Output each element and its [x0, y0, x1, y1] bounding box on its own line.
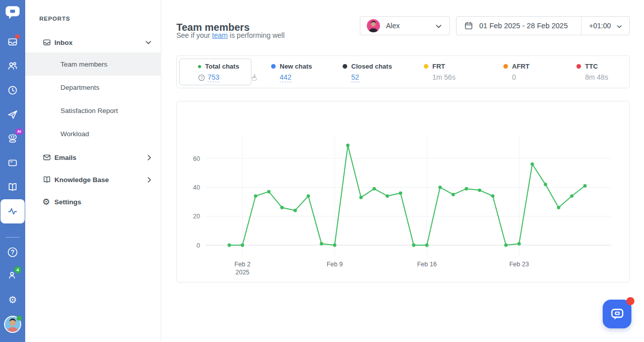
metric-dot [424, 64, 428, 69]
divider [581, 17, 582, 35]
chevron-down-icon [146, 41, 151, 44]
open-book-icon [42, 175, 52, 184]
svg-text:?: ? [11, 249, 14, 256]
paper-plane-icon [7, 109, 18, 120]
calendar-icon [464, 21, 473, 30]
sidebar-item-team-members[interactable]: Team members [25, 52, 161, 76]
rail-ai-assistant-button[interactable]: AI [0, 132, 25, 144]
metric-dot [576, 64, 581, 69]
rail-team-button[interactable]: 4 [0, 269, 25, 280]
metric-value[interactable]: 52 [351, 73, 359, 82]
ai-badge: AI [15, 129, 23, 135]
rail-customers-button[interactable] [0, 61, 25, 72]
metric-label: AFRT [512, 63, 530, 70]
help-circle-icon[interactable]: ? [198, 74, 205, 81]
sidebar-item-satisfaction-report[interactable]: Satisfaction Report [25, 99, 161, 122]
sidebar-item-label: Satisfaction Report [60, 107, 118, 115]
metric-tab-frt[interactable]: FRT 1m 56s [424, 63, 499, 81]
svg-text:Feb 9: Feb 9 [327, 261, 343, 268]
metric-tab-ttc[interactable]: TTC 8m 48s [576, 63, 644, 81]
metric-dot [503, 64, 508, 69]
rail-inbox-button[interactable] [0, 36, 25, 47]
timezone-value[interactable]: +01:00 [589, 22, 611, 30]
rail-archives-button[interactable] [0, 85, 25, 96]
svg-text:20: 20 [193, 213, 200, 220]
sidebar-item-label: Team members [60, 61, 107, 68]
metric-tab-total-chats[interactable]: Total chats ? 753 ☝ [198, 63, 274, 82]
inbox-notification-dot [15, 34, 20, 39]
sidebar-item-label: Knowledge Base [54, 176, 109, 184]
team-count-badge: 4 [14, 266, 21, 273]
open-book-icon [7, 182, 18, 193]
sidebar-item-departments[interactable]: Departments [25, 76, 161, 99]
total-chats-chart: Feb 22025Feb 9Feb 16Feb 230204060 [176, 101, 630, 282]
metric-tab-new-chats[interactable]: New chats 442 [271, 63, 347, 82]
sidebar-item-label: Workload [60, 130, 89, 138]
metric-dot [198, 65, 201, 68]
agent-avatar [367, 19, 380, 32]
team-link[interactable]: team [212, 31, 228, 39]
sidebar-item-workload[interactable]: Workload [25, 122, 161, 145]
sidebar-section-title: REPORTS [39, 16, 70, 22]
reports-sidebar: REPORTS Inbox Team members Departments S… [25, 0, 161, 342]
help-question-icon: ? [7, 246, 19, 258]
svg-text:60: 60 [193, 155, 200, 162]
metric-dot [343, 64, 347, 69]
svg-text:Feb 2: Feb 2 [234, 261, 250, 268]
metric-tab-closed-chats[interactable]: Closed chats 52 [343, 63, 418, 82]
online-status-dot [17, 316, 22, 321]
card-icon [7, 157, 18, 168]
chevron-right-icon [148, 155, 151, 160]
metric-label: Closed chats [351, 63, 392, 70]
date-range-picker[interactable]: 01 Feb 2025 - 28 Feb 2025 +01:00 [456, 16, 630, 35]
sidebar-item-emails[interactable]: Emails [25, 146, 161, 168]
metric-value: 0 [512, 73, 516, 81]
metric-value[interactable]: 442 [280, 73, 291, 82]
chevron-down-icon [617, 21, 622, 30]
rail-knowledge-button[interactable] [0, 182, 25, 193]
gear-icon: ⚙ [8, 295, 17, 305]
agent-filter-dropdown[interactable]: Alex [360, 16, 450, 35]
metric-label: FRT [432, 63, 445, 70]
svg-text:40: 40 [193, 184, 200, 191]
sidebar-item-label: Emails [54, 154, 77, 161]
rail-divider [6, 237, 20, 238]
sidebar-item-settings[interactable]: ⚙ Settings [25, 191, 161, 213]
rail-campaigns-button[interactable] [0, 109, 25, 120]
svg-text:Feb 23: Feb 23 [509, 261, 529, 268]
rail-reports-button-active[interactable] [1, 199, 25, 223]
chat-bubble-logo-icon [4, 3, 22, 21]
metric-label: TTC [585, 63, 598, 70]
icon-rail: AI ? 4 ⚙ [0, 0, 25, 342]
chat-bubble-icon [610, 307, 625, 322]
metric-label: New chats [280, 63, 312, 70]
metric-value: 1m 56s [432, 73, 456, 81]
clock-icon [7, 85, 18, 96]
date-range-value: 01 Feb 2025 - 28 Feb 2025 [479, 22, 568, 30]
svg-text:Feb 16: Feb 16 [417, 261, 437, 268]
sidebar-item-inbox[interactable]: Inbox [25, 31, 161, 53]
sidebar-item-knowledge-base[interactable]: Knowledge Base [25, 168, 161, 191]
metric-value[interactable]: 753 [208, 73, 219, 82]
main-content: Team members See if your team is perform… [161, 0, 644, 342]
svg-text:0: 0 [197, 242, 200, 249]
metrics-bar: Total chats ? 753 ☝ New chats 442 Closed… [176, 55, 630, 88]
gear-icon: ⚙ [42, 198, 52, 206]
people-icon [7, 61, 18, 72]
page-subtitle: See if your team is performing well [176, 31, 285, 39]
rail-settings-button[interactable]: ⚙ [0, 295, 25, 305]
sidebar-item-label: Departments [60, 84, 99, 91]
livechat-logo[interactable] [0, 3, 25, 21]
metric-tab-afrt[interactable]: AFRT 0 [503, 63, 579, 81]
metric-value: 8m 48s [585, 73, 608, 81]
chevron-down-icon [436, 21, 441, 30]
launcher-notification-dot [626, 297, 634, 305]
svg-text:?: ? [201, 75, 203, 80]
metric-dot [271, 64, 276, 69]
envelope-icon [42, 153, 52, 162]
line-chart-svg: Feb 22025Feb 9Feb 16Feb 230204060 [177, 101, 629, 282]
subtitle-text: See if your [176, 31, 212, 39]
sidebar-item-label: Settings [54, 198, 81, 206]
rail-help-button[interactable]: ? [0, 246, 25, 258]
rail-tickets-button[interactable] [0, 157, 25, 168]
